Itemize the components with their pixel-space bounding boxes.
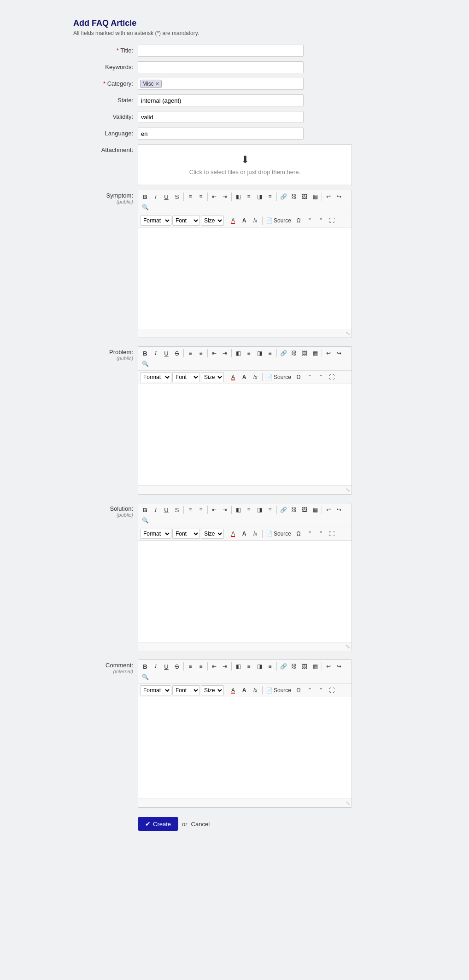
comment-clear-format-btn[interactable]: Ix [250, 685, 260, 695]
comment-search-btn[interactable]: 🔍 [140, 672, 150, 682]
problem-unlink-btn[interactable]: ⛓ [289, 348, 299, 358]
comment-align-right-btn[interactable]: ◨ [254, 661, 264, 671]
comment-link-btn[interactable]: 🔗 [278, 661, 288, 671]
solution-content[interactable] [138, 541, 352, 642]
solution-source-btn[interactable]: 📄 Source [264, 530, 293, 537]
problem-format-select[interactable]: Format [140, 372, 171, 382]
comment-align-left-btn[interactable]: ◧ [233, 661, 243, 671]
problem-link-btn[interactable]: 🔗 [278, 348, 288, 358]
attachment-dropzone[interactable]: ⬇ Click to select files or just drop the… [138, 144, 352, 185]
problem-table-btn[interactable]: ▦ [310, 348, 320, 358]
symptom-content[interactable] [138, 228, 352, 329]
symptom-link-btn[interactable]: 🔗 [278, 192, 288, 202]
problem-indent-btn[interactable]: ⇥ [220, 348, 230, 358]
solution-strike-btn[interactable]: S [172, 505, 182, 515]
problem-font-select[interactable]: Font [172, 372, 200, 382]
symptom-outdent-btn[interactable]: ⇤ [209, 192, 219, 202]
problem-image-btn[interactable]: 🖼 [299, 348, 310, 358]
symptom-indent-btn[interactable]: ⇥ [220, 192, 230, 202]
comment-underline-btn[interactable]: U [161, 661, 171, 671]
comment-bg-color-btn[interactable]: A [239, 685, 249, 695]
symptom-quote-open-btn[interactable]: " [305, 216, 315, 226]
symptom-ul-btn[interactable]: ≡ [196, 192, 206, 202]
solution-link-btn[interactable]: 🔗 [278, 505, 288, 515]
language-input[interactable] [138, 128, 304, 140]
symptom-search-btn[interactable]: 🔍 [140, 202, 150, 212]
problem-omega-btn[interactable]: Ω [293, 372, 304, 382]
symptom-fullscreen-btn[interactable]: ⛶ [327, 216, 337, 226]
problem-bold-btn[interactable]: B [140, 348, 150, 358]
comment-content[interactable] [138, 697, 352, 799]
solution-ul-btn[interactable]: ≡ [196, 505, 206, 515]
comment-ul-btn[interactable]: ≡ [196, 661, 206, 671]
title-input[interactable] [138, 45, 304, 57]
comment-table-btn[interactable]: ▦ [310, 661, 320, 671]
solution-align-justify-btn[interactable]: ≡ [265, 505, 275, 515]
comment-undo-btn[interactable]: ↩ [323, 661, 334, 671]
comment-align-justify-btn[interactable]: ≡ [265, 661, 275, 671]
comment-unlink-btn[interactable]: ⛓ [289, 661, 299, 671]
symptom-align-justify-btn[interactable]: ≡ [265, 192, 275, 202]
solution-quote-close-btn[interactable]: " [316, 529, 326, 539]
problem-quote-open-btn[interactable]: " [305, 372, 315, 382]
solution-undo-btn[interactable]: ↩ [323, 505, 334, 515]
problem-redo-btn[interactable]: ↪ [334, 348, 344, 358]
symptom-format-select[interactable]: Format [140, 216, 171, 226]
solution-bg-color-btn[interactable]: A [239, 529, 249, 539]
solution-indent-btn[interactable]: ⇥ [220, 505, 230, 515]
problem-strike-btn[interactable]: S [172, 348, 182, 358]
comment-bold-btn[interactable]: B [140, 661, 150, 671]
symptom-undo-btn[interactable]: ↩ [323, 192, 334, 202]
comment-fullscreen-btn[interactable]: ⛶ [327, 685, 337, 695]
solution-fullscreen-btn[interactable]: ⛶ [327, 529, 337, 539]
problem-ul-btn[interactable]: ≡ [196, 348, 206, 358]
symptom-omega-btn[interactable]: Ω [293, 216, 304, 226]
problem-font-color-btn[interactable]: A [228, 372, 238, 382]
symptom-strike-btn[interactable]: S [172, 192, 182, 202]
symptom-align-left-btn[interactable]: ◧ [233, 192, 243, 202]
solution-underline-btn[interactable]: U [161, 505, 171, 515]
solution-clear-format-btn[interactable]: Ix [250, 529, 260, 539]
symptom-quote-close-btn[interactable]: " [316, 216, 326, 226]
symptom-font-color-btn[interactable]: A [228, 216, 238, 226]
comment-italic-btn[interactable]: I [151, 661, 161, 671]
symptom-image-btn[interactable]: 🖼 [299, 192, 310, 202]
symptom-align-right-btn[interactable]: ◨ [254, 192, 264, 202]
symptom-bold-btn[interactable]: B [140, 192, 150, 202]
problem-clear-format-btn[interactable]: Ix [250, 372, 260, 382]
comment-size-select[interactable]: Size [201, 685, 224, 695]
problem-align-center-btn[interactable]: ≡ [244, 348, 254, 358]
validity-input[interactable] [138, 111, 304, 123]
solution-omega-btn[interactable]: Ω [293, 529, 304, 539]
comment-omega-btn[interactable]: Ω [293, 685, 304, 695]
create-button[interactable]: ✔ Create [138, 817, 178, 831]
solution-format-select[interactable]: Format [140, 529, 171, 539]
state-input[interactable] [138, 94, 304, 106]
symptom-redo-btn[interactable]: ↪ [334, 192, 344, 202]
comment-source-btn[interactable]: 📄 Source [264, 687, 293, 694]
symptom-underline-btn[interactable]: U [161, 192, 171, 202]
symptom-table-btn[interactable]: ▦ [310, 192, 320, 202]
problem-source-btn[interactable]: 📄 Source [264, 373, 293, 381]
solution-table-btn[interactable]: ▦ [310, 505, 320, 515]
solution-align-center-btn[interactable]: ≡ [244, 505, 254, 515]
comment-font-color-btn[interactable]: A [228, 685, 238, 695]
problem-bg-color-btn[interactable]: A [239, 372, 249, 382]
symptom-italic-btn[interactable]: I [151, 192, 161, 202]
solution-quote-open-btn[interactable]: " [305, 529, 315, 539]
solution-image-btn[interactable]: 🖼 [299, 505, 310, 515]
solution-align-right-btn[interactable]: ◨ [254, 505, 264, 515]
solution-bold-btn[interactable]: B [140, 505, 150, 515]
symptom-size-select[interactable]: Size [201, 216, 224, 226]
solution-outdent-btn[interactable]: ⇤ [209, 505, 219, 515]
symptom-unlink-btn[interactable]: ⛓ [289, 192, 299, 202]
comment-ol-btn[interactable]: ≡ [185, 661, 195, 671]
comment-indent-btn[interactable]: ⇥ [220, 661, 230, 671]
problem-align-left-btn[interactable]: ◧ [233, 348, 243, 358]
symptom-align-center-btn[interactable]: ≡ [244, 192, 254, 202]
keywords-input[interactable] [138, 61, 304, 73]
problem-undo-btn[interactable]: ↩ [323, 348, 334, 358]
comment-align-center-btn[interactable]: ≡ [244, 661, 254, 671]
problem-size-select[interactable]: Size [201, 372, 224, 382]
problem-quote-close-btn[interactable]: " [316, 372, 326, 382]
